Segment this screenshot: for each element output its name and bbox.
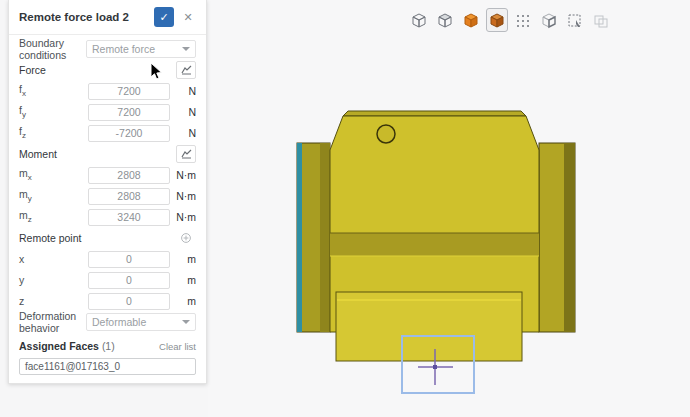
rp-z-input[interactable]: 0	[88, 293, 170, 310]
mz-row: mz 3240 N·m	[9, 207, 206, 227]
my-unit: N·m	[170, 190, 196, 202]
rp-y-input[interactable]: 0	[88, 272, 170, 289]
remote-point-label: Remote point	[19, 232, 176, 244]
view-cube-icon[interactable]	[408, 8, 430, 32]
boundary-conditions-select[interactable]: Remote force	[86, 40, 196, 58]
moment-section-row: Moment	[9, 144, 206, 164]
panel-header: Remote force load 2 ✓ ✕	[9, 0, 206, 35]
fz-label: fz	[19, 125, 88, 140]
force-section-row: Force	[9, 60, 206, 80]
panel-title: Remote force load 2	[19, 11, 150, 23]
fx-row: fx 7200 N	[9, 81, 206, 101]
assigned-faces-row: Assigned Faces (1) Clear list	[9, 336, 206, 356]
model-right-flange[interactable]	[539, 143, 575, 332]
rp-z-label: z	[19, 295, 88, 307]
vertex-grid-icon[interactable]	[512, 8, 534, 32]
mx-label: mx	[19, 167, 88, 182]
model-left-flange[interactable]	[297, 143, 330, 332]
remote-force-panel: Remote force load 2 ✓ ✕ Boundary conditi…	[8, 0, 207, 384]
volume-select-icon[interactable]	[486, 8, 508, 32]
clear-list-button[interactable]: Clear list	[159, 341, 196, 352]
mz-label: mz	[19, 209, 88, 224]
chevron-down-icon	[182, 319, 190, 325]
fz-unit: N	[170, 127, 196, 139]
chart-icon	[181, 149, 192, 159]
viewport-3d[interactable]	[208, 0, 690, 417]
edge-select-icon[interactable]	[538, 8, 560, 32]
fy-unit: N	[170, 106, 196, 118]
rp-x-input[interactable]: 0	[88, 251, 170, 268]
mx-row: mx 2808 N·m	[9, 165, 206, 185]
rp-z-unit: m	[170, 295, 196, 307]
apply-button[interactable]: ✓	[154, 7, 174, 27]
fz-row: fz -7200 N	[9, 123, 206, 143]
chart-icon	[181, 65, 192, 75]
fz-input[interactable]: -7200	[88, 125, 170, 142]
mx-input[interactable]: 2808	[88, 167, 170, 184]
deformation-select[interactable]: Deformable	[86, 313, 196, 331]
fx-unit: N	[170, 85, 196, 97]
model-scene	[208, 0, 690, 417]
fy-row: fy 7200 N	[9, 102, 206, 122]
fy-input[interactable]: 7200	[88, 104, 170, 121]
boundary-conditions-label: Boundary conditions	[19, 37, 86, 61]
force-chart-button[interactable]	[176, 61, 196, 79]
my-label: my	[19, 188, 88, 203]
boundary-conditions-value: Remote force	[92, 43, 182, 55]
rp-y-row: y 0 m	[9, 270, 206, 290]
assigned-face-item[interactable]: face1161@017163_0	[19, 358, 196, 375]
close-button[interactable]: ✕	[178, 7, 198, 27]
moment-section-label: Moment	[19, 148, 176, 160]
rp-x-label: x	[19, 253, 88, 265]
model-base-block[interactable]	[336, 292, 522, 361]
rp-x-unit: m	[170, 253, 196, 265]
mz-unit: N·m	[170, 211, 196, 223]
target-icon	[180, 232, 192, 244]
fx-input[interactable]: 7200	[88, 83, 170, 100]
volume-highlight-icon[interactable]	[460, 8, 482, 32]
deformation-label: Deformation behavior	[19, 310, 86, 334]
fx-label: fx	[19, 83, 88, 98]
chevron-down-icon	[182, 46, 190, 52]
fy-label: fy	[19, 104, 88, 119]
mz-input[interactable]: 3240	[88, 209, 170, 226]
box-select-icon[interactable]	[564, 8, 586, 32]
rp-y-label: y	[19, 274, 88, 286]
my-input[interactable]: 2808	[88, 188, 170, 205]
pick-point-button[interactable]	[176, 229, 196, 247]
mx-unit: N·m	[170, 169, 196, 181]
deformation-value: Deformable	[92, 316, 182, 328]
boundary-conditions-row: Boundary conditions Remote force	[9, 39, 206, 59]
view-toolbar	[408, 8, 612, 32]
rp-z-row: z 0 m	[9, 291, 206, 311]
model-hole[interactable]	[377, 125, 395, 143]
remote-point-center	[433, 365, 437, 369]
rp-y-unit: m	[170, 274, 196, 286]
section-cube-icon[interactable]	[434, 8, 456, 32]
model-groove[interactable]	[330, 233, 539, 256]
assigned-faces-label: Assigned Faces (1)	[19, 340, 159, 352]
force-section-label: Force	[19, 64, 176, 76]
moment-chart-button[interactable]	[176, 145, 196, 163]
multi-select-icon[interactable]	[590, 8, 612, 32]
rp-x-row: x 0 m	[9, 249, 206, 269]
deformation-row: Deformation behavior Deformable	[9, 312, 206, 332]
remote-point-section-row: Remote point	[9, 228, 206, 248]
my-row: my 2808 N·m	[9, 186, 206, 206]
